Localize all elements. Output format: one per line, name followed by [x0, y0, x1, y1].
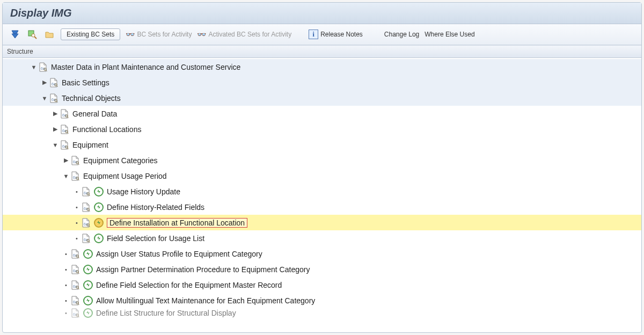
tree-node-equipment-usage-period[interactable]: ▼ 6a Equipment Usage Period — [3, 168, 641, 184]
doc-icon[interactable]: 6a — [81, 186, 91, 197]
tree-node-equipment-categories[interactable]: ▶ 6a Equipment Categories — [3, 152, 641, 168]
tree-node-general-data[interactable]: ▶ 6a General Data — [3, 106, 641, 121]
execute-icon[interactable] — [83, 308, 93, 318]
execute-icon[interactable] — [83, 296, 93, 305]
bullet-icon: • — [72, 188, 81, 195]
tree-node-define-list-structure[interactable]: • 6a Define List Structure for Structura… — [3, 308, 641, 318]
node-label: Define History-Related Fields — [107, 203, 204, 212]
tree-node-assign-partner-det[interactable]: • 6a Assign Partner Determination Proced… — [3, 261, 641, 277]
twisty-right-icon[interactable]: ▶ — [51, 110, 60, 117]
toolbar: Existing BC Sets 👓 BC Sets for Activity … — [3, 24, 641, 45]
node-label: Define List Structure for Structural Dis… — [96, 309, 236, 317]
change-log-label: Change Log — [384, 31, 419, 38]
tree-node-define-history-fields[interactable]: • 6a Define History-Related Fields — [3, 199, 641, 215]
change-log-link[interactable]: Change Log — [384, 31, 419, 38]
doc-icon[interactable]: 6a — [70, 155, 80, 166]
execute-icon[interactable] — [94, 202, 104, 212]
release-notes-label: Release Notes — [320, 31, 363, 38]
tree-node-basic-settings[interactable]: ▶ 6a Basic Settings — [3, 75, 641, 90]
twisty-right-icon[interactable]: ▶ — [51, 126, 60, 133]
where-else-used-link[interactable]: Where Else Used — [425, 31, 474, 38]
tree-node-define-field-selection-master[interactable]: • 6a Define Field Selection for the Equi… — [3, 277, 641, 293]
activated-bc-sets-link[interactable]: 👓 Activated BC Sets for Activity — [197, 30, 291, 39]
doc-icon[interactable]: 6a — [70, 295, 80, 306]
node-label: Usage History Update — [107, 187, 180, 196]
existing-bc-sets-button[interactable]: Existing BC Sets — [61, 28, 120, 40]
bullet-icon: • — [62, 266, 70, 273]
execute-icon[interactable] — [94, 218, 104, 228]
expand-all-icon[interactable] — [9, 28, 21, 40]
page-title: Display IMG — [10, 7, 634, 19]
execute-icon[interactable] — [83, 280, 93, 290]
doc-icon[interactable]: 6a — [38, 62, 48, 72]
tree-node-functional-locations[interactable]: ▶ 6a Functional Locations — [3, 121, 641, 137]
bullet-icon: • — [62, 251, 70, 257]
svg-line-4 — [34, 37, 36, 39]
where-else-used-label: Where Else Used — [425, 31, 474, 38]
doc-icon[interactable]: 6a — [60, 124, 69, 135]
doc-icon[interactable]: 6a — [60, 108, 69, 119]
node-label: Functional Locations — [72, 125, 141, 134]
execute-icon[interactable] — [83, 265, 93, 274]
node-label: Allow Multilingual Text Maintenance for … — [96, 296, 315, 305]
bullet-icon: • — [62, 282, 70, 288]
node-label: Equipment — [72, 141, 108, 149]
activated-bc-sets-label: Activated BC Sets for Activity — [208, 31, 291, 38]
bullet-icon: • — [62, 310, 70, 316]
node-label: Equipment Categories — [83, 156, 158, 165]
bullet-icon: • — [72, 220, 81, 226]
tree-node-allow-multilingual[interactable]: • 6a Allow Multilingual Text Maintenance… — [3, 293, 641, 308]
glasses-icon: 👓 — [126, 30, 135, 39]
bc-sets-for-activity-label: BC Sets for Activity — [137, 31, 192, 38]
panel-header: Structure — [3, 45, 641, 58]
node-label: Define Field Selection for the Equipment… — [96, 281, 282, 289]
node-label: General Data — [72, 110, 117, 118]
doc-icon[interactable]: 6a — [70, 308, 80, 318]
execute-icon[interactable] — [94, 187, 104, 196]
twisty-right-icon[interactable]: ▶ — [62, 157, 70, 164]
node-label: Define Installation at Functional Locati… — [107, 218, 247, 228]
svg-marker-1 — [12, 34, 18, 38]
folder-icon[interactable] — [43, 28, 55, 40]
doc-icon[interactable]: 6a — [49, 77, 58, 88]
node-label: Master Data in Plant Maintenance and Cus… — [51, 63, 240, 71]
window: Display IMG Existing BC Sets 👓 BC Sets f… — [2, 2, 642, 333]
release-notes-link[interactable]: i Release Notes — [309, 30, 363, 39]
tree: ▼ 6a Master Data in Plant Maintenance an… — [3, 58, 641, 332]
node-label: Technical Objects — [62, 94, 121, 103]
tree-node-technical-objects[interactable]: ▼ 6a Technical Objects — [3, 90, 641, 106]
tree-node-master-data[interactable]: ▼ 6a Master Data in Plant Maintenance an… — [3, 59, 641, 75]
doc-icon[interactable]: 6a — [49, 93, 58, 104]
twisty-down-icon[interactable]: ▼ — [51, 142, 60, 148]
bullet-icon: • — [72, 235, 81, 242]
twisty-down-icon[interactable]: ▼ — [62, 173, 70, 179]
execute-icon[interactable] — [83, 249, 93, 259]
twisty-right-icon[interactable]: ▶ — [40, 79, 49, 86]
twisty-down-icon[interactable]: ▼ — [30, 64, 38, 70]
doc-icon[interactable]: 6a — [81, 202, 91, 213]
bullet-icon: • — [72, 204, 81, 210]
tree-node-assign-user-status[interactable]: • 6a Assign User Status Profile to Equip… — [3, 246, 641, 261]
find-icon[interactable] — [26, 28, 38, 40]
doc-icon[interactable]: 6a — [81, 217, 91, 228]
titlebar: Display IMG — [3, 3, 641, 24]
node-label: Equipment Usage Period — [83, 172, 167, 180]
tree-node-usage-history-update[interactable]: • 6a Usage History Update — [3, 184, 641, 199]
doc-icon[interactable]: 6a — [70, 264, 80, 275]
bullet-icon: • — [62, 297, 70, 304]
bc-sets-for-activity-link[interactable]: 👓 BC Sets for Activity — [126, 30, 192, 39]
execute-icon[interactable] — [94, 234, 104, 243]
info-icon: i — [309, 30, 318, 39]
tree-node-field-selection-usage[interactable]: • 6a Field Selection for Usage List — [3, 230, 641, 246]
doc-icon[interactable]: 6a — [70, 171, 80, 181]
doc-icon[interactable]: 6a — [70, 280, 80, 290]
doc-icon[interactable]: 6a — [60, 140, 69, 150]
twisty-down-icon[interactable]: ▼ — [40, 95, 49, 101]
node-label: Assign User Status Profile to Equipment … — [96, 250, 262, 258]
doc-icon[interactable]: 6a — [70, 249, 80, 259]
doc-icon[interactable]: 6a — [81, 233, 91, 244]
tree-node-equipment[interactable]: ▼ 6a Equipment — [3, 137, 641, 152]
tree-node-define-installation[interactable]: • 6a Define Installation at Functional L… — [3, 215, 641, 230]
glasses-icon: 👓 — [197, 30, 206, 39]
node-label: Field Selection for Usage List — [107, 234, 204, 243]
